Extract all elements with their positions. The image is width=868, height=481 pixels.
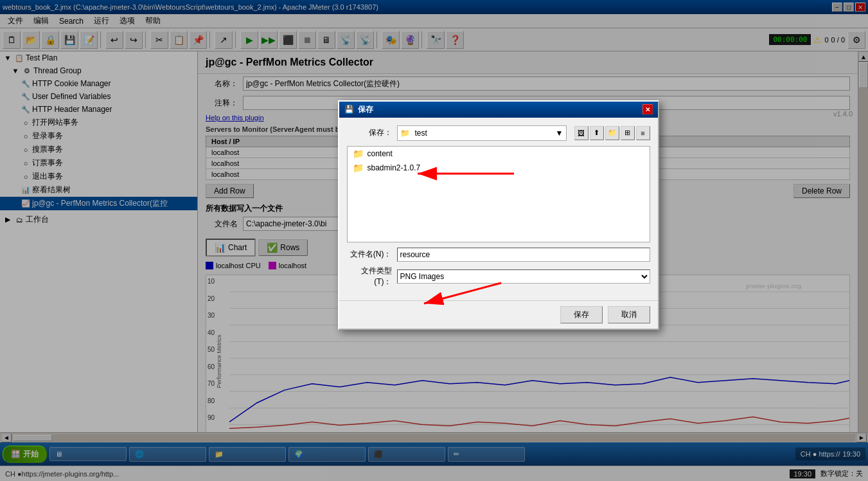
- dialog-toolbar: 🖼 ⬆ 📁 ⊞ ≡: [574, 126, 650, 140]
- folder-icon: 📁: [353, 149, 364, 159]
- dialog-titlebar: 💾 保存 ✕: [339, 102, 658, 118]
- file-item-label: sbadmin2-1.0.7: [368, 163, 421, 172]
- file-item-sbadmin[interactable]: 📁 sbadmin2-1.0.7: [348, 161, 650, 175]
- dialog-footer: 保存 取消: [339, 300, 658, 329]
- filename-input[interactable]: [397, 248, 650, 262]
- tb-list[interactable]: ≡: [636, 126, 650, 140]
- filename-label: 文件名(N)：: [347, 249, 392, 260]
- filetype-row: 文件类型(T)： PNG Images: [347, 266, 650, 287]
- save-location-row: 保存： 📁 test ▼ 🖼 ⬆ 📁 ⊞ ≡: [347, 125, 650, 141]
- filetype-label: 文件类型(T)：: [347, 266, 392, 287]
- tb-up[interactable]: ⬆: [590, 126, 604, 140]
- dialog-title-text: 保存: [358, 104, 373, 115]
- save-button[interactable]: 保存: [560, 306, 603, 323]
- filename-row: 文件名(N)：: [347, 248, 650, 262]
- file-item-label: content: [368, 149, 393, 158]
- dialog-close-button[interactable]: ✕: [642, 104, 653, 114]
- dialog-title-content: 💾 保存: [344, 104, 642, 115]
- cancel-button[interactable]: 取消: [608, 306, 650, 323]
- tb-image[interactable]: 🖼: [574, 126, 589, 140]
- location-combo[interactable]: 📁 test ▼: [397, 125, 567, 141]
- file-item-content[interactable]: 📁 content: [348, 147, 650, 161]
- save-label: 保存：: [347, 127, 392, 138]
- modal-overlay: 💾 保存 ✕ 保存： 📁 test ▼ 🖼 ⬆ 📁 ⊞ ≡: [0, 0, 868, 481]
- file-list: 📁 content 📁 sbadmin2-1.0.7: [347, 146, 650, 242]
- location-text: test: [415, 129, 553, 138]
- folder-icon: 📁: [400, 129, 410, 138]
- combo-arrow[interactable]: ▼: [556, 129, 563, 138]
- dialog-body: 保存： 📁 test ▼ 🖼 ⬆ 📁 ⊞ ≡ 📁 cont: [339, 118, 658, 300]
- tb-grid[interactable]: ⊞: [621, 126, 635, 140]
- filetype-select[interactable]: PNG Images: [397, 269, 650, 284]
- tb-folder[interactable]: 📁: [605, 126, 619, 140]
- save-dialog: 💾 保存 ✕ 保存： 📁 test ▼ 🖼 ⬆ 📁 ⊞ ≡: [338, 100, 659, 330]
- folder-icon: 📁: [353, 163, 364, 173]
- save-icon: 💾: [344, 105, 354, 114]
